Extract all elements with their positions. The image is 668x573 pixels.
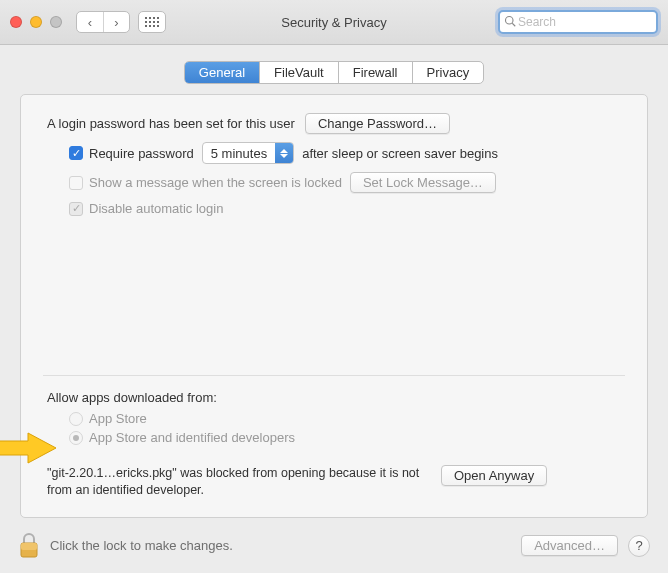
- change-password-button[interactable]: Change Password…: [305, 113, 450, 134]
- chevron-right-icon: ›: [114, 15, 118, 30]
- minimize-icon[interactable]: [30, 16, 42, 28]
- close-icon[interactable]: [10, 16, 22, 28]
- question-icon: ?: [635, 538, 642, 553]
- open-anyway-button[interactable]: Open Anyway: [441, 465, 547, 486]
- search-input[interactable]: [518, 15, 652, 29]
- disable-auto-login-label: Disable automatic login: [89, 201, 223, 216]
- preferences-window: ‹ › Security & Privacy: [0, 0, 668, 573]
- general-panel: A login password has been set for this u…: [20, 94, 648, 518]
- radio-app-store: [69, 412, 83, 426]
- login-password-set-label: A login password has been set for this u…: [47, 116, 295, 131]
- lock-hint-text: Click the lock to make changes.: [50, 538, 233, 553]
- delay-value: 5 minutes: [211, 146, 267, 161]
- advanced-button[interactable]: Advanced…: [521, 535, 618, 556]
- title-bar: ‹ › Security & Privacy: [0, 0, 668, 45]
- search-field[interactable]: [498, 10, 658, 34]
- divider: [43, 375, 625, 376]
- forward-button[interactable]: ›: [103, 12, 129, 32]
- show-message-checkbox: [69, 176, 83, 190]
- tab-bar: General FileVault Firewall Privacy: [184, 61, 484, 84]
- set-lock-message-button: Set Lock Message…: [350, 172, 496, 193]
- footer: Click the lock to make changes. Advanced…: [0, 518, 668, 573]
- traffic-lights: [10, 16, 62, 28]
- nav-buttons: ‹ ›: [76, 11, 130, 33]
- after-sleep-label: after sleep or screen saver begins: [302, 146, 498, 161]
- search-icon: [504, 15, 516, 30]
- require-password-label: Require password: [89, 146, 194, 161]
- radio-identified-developers: [69, 431, 83, 445]
- blocked-app-message: "git-2.20.1…ericks.pkg" was blocked from…: [47, 465, 427, 499]
- back-button[interactable]: ‹: [77, 12, 103, 32]
- disable-auto-login-checkbox: [69, 202, 83, 216]
- help-button[interactable]: ?: [628, 535, 650, 557]
- allow-apps-heading: Allow apps downloaded from:: [47, 390, 217, 405]
- require-password-delay-select[interactable]: 5 minutes: [202, 142, 294, 164]
- radio-app-store-label: App Store: [89, 411, 147, 426]
- zoom-icon[interactable]: [50, 16, 62, 28]
- tab-firewall[interactable]: Firewall: [339, 62, 413, 83]
- grid-icon: [145, 17, 159, 27]
- tab-filevault[interactable]: FileVault: [260, 62, 339, 83]
- chevron-left-icon: ‹: [88, 15, 92, 30]
- tab-privacy[interactable]: Privacy: [413, 62, 484, 83]
- svg-line-1: [512, 23, 515, 26]
- svg-rect-4: [21, 543, 37, 550]
- show-message-label: Show a message when the screen is locked: [89, 175, 342, 190]
- svg-point-0: [506, 16, 514, 24]
- stepper-icon: [275, 143, 293, 163]
- tab-general[interactable]: General: [185, 62, 260, 83]
- content-area: General FileVault Firewall Privacy A log…: [0, 45, 668, 518]
- lock-icon[interactable]: [18, 532, 40, 560]
- require-password-checkbox[interactable]: [69, 146, 83, 160]
- radio-identified-label: App Store and identified developers: [89, 430, 295, 445]
- show-all-button[interactable]: [138, 11, 166, 33]
